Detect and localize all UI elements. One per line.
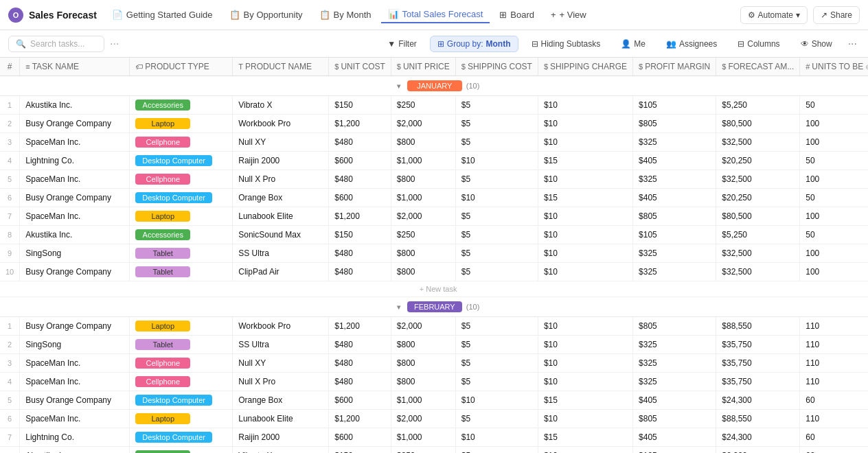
group-header-january[interactable]: ▾ JANUARY (10): [0, 76, 868, 96]
col-profit-margin: $PROFIT MARGIN: [633, 58, 716, 76]
row-product-type: Cellphone: [130, 373, 233, 391]
row-task: SpaceMan Inc.: [20, 354, 130, 373]
row-product-name: Null X Pro: [233, 373, 329, 391]
table-row[interactable]: 4 SpaceMan Inc. Cellphone Null X Pro $48…: [0, 373, 868, 391]
col-forecast-am: $FORECAST AM...: [716, 58, 800, 76]
row-forecast-am: $6,300: [716, 447, 800, 454]
columns-icon: ⊟: [738, 39, 744, 49]
hiding-subtasks-btn[interactable]: ⊟ Hiding Subtasks: [524, 36, 608, 52]
table-row[interactable]: 1 Busy Orange Company Laptop Workbook Pr…: [0, 317, 868, 336]
row-unit-cost: $600: [329, 189, 391, 207]
search-more-btn[interactable]: ···: [110, 38, 119, 50]
table-row[interactable]: 1 Akustika Inc. Accessories Vibrato X $1…: [0, 96, 868, 115]
automate-btn[interactable]: ⚙ Automate ▾: [740, 6, 808, 24]
row-units: 50: [800, 96, 868, 115]
table-header-row: # ≡TASK NAME 🏷PRODUCT TYPE TPRODUCT NAME…: [0, 58, 868, 76]
table-row[interactable]: 3 SpaceMan Inc. Cellphone Null XY $480 $…: [0, 354, 868, 373]
row-shipping-cost: $5: [455, 115, 538, 133]
new-task-january[interactable]: + New task: [0, 281, 868, 297]
row-product-type: Laptop: [130, 207, 233, 226]
col-num: #: [0, 58, 20, 76]
assignees-btn[interactable]: 👥 Assignees: [659, 36, 724, 52]
table-container: # ≡TASK NAME 🏷PRODUCT TYPE TPRODUCT NAME…: [0, 58, 868, 453]
row-task: Akustika Inc.: [20, 226, 130, 244]
table-row[interactable]: 2 Busy Orange Company Laptop Workbook Pr…: [0, 115, 868, 133]
row-profit-margin: $325: [633, 170, 716, 189]
row-forecast-am: $88,550: [716, 317, 800, 336]
table-row[interactable]: 8 Akustika Inc. Accessories SonicSound M…: [0, 226, 868, 244]
row-product-type: Cellphone: [130, 170, 233, 189]
row-units: 110: [800, 373, 868, 391]
row-unit-cost: $480: [329, 244, 391, 263]
row-unit-cost: $480: [329, 336, 391, 354]
table-row[interactable]: 5 Busy Orange Company Desktop Computer O…: [0, 391, 868, 410]
row-num: 1: [0, 96, 20, 115]
tab-by-month[interactable]: 📋 By Month: [312, 7, 378, 23]
share-icon: ↗: [821, 10, 827, 20]
table-row[interactable]: 8 Akustika Inc. Accessories Vibrato X $1…: [0, 447, 868, 454]
table-row[interactable]: 7 SpaceMan Inc. Laptop Lunabook Elite $1…: [0, 207, 868, 226]
row-task: SingSong: [20, 244, 130, 263]
table-row[interactable]: 3 SpaceMan Inc. Cellphone Null XY $480 $…: [0, 133, 868, 152]
row-product-name: Lunabook Elite: [233, 207, 329, 226]
table-row[interactable]: 2 SingSong Tablet SS Ultra $480 $800 $5 …: [0, 336, 868, 354]
group-count: (10): [466, 303, 480, 311]
row-unit-price: $1,000: [391, 189, 455, 207]
table-row[interactable]: 6 SpaceMan Inc. Laptop Lunabook Elite $1…: [0, 410, 868, 428]
table-row[interactable]: 7 Lightning Co. Desktop Computer Raijin …: [0, 428, 868, 447]
add-view-btn[interactable]: + + View: [544, 7, 593, 23]
columns-btn[interactable]: ⊟ Columns: [730, 36, 787, 52]
row-forecast-am: $32,500: [716, 170, 800, 189]
row-unit-cost: $1,200: [329, 317, 391, 336]
share-btn[interactable]: ↗ Share: [813, 6, 860, 24]
row-product-type: Laptop: [130, 115, 233, 133]
table-row[interactable]: 10 Busy Orange Company Tablet ClipPad Ai…: [0, 263, 868, 281]
row-unit-cost: $600: [329, 152, 391, 170]
group-header-february[interactable]: ▾ FEBRUARY (10): [0, 297, 868, 317]
list-icon-2: 📋: [319, 10, 330, 20]
row-profit-margin: $805: [633, 317, 716, 336]
row-product-type: Accessories: [130, 447, 233, 454]
table-row[interactable]: 9 SingSong Tablet SS Ultra $480 $800 $5 …: [0, 244, 868, 263]
tab-getting-started[interactable]: 📄 Getting Started Guide: [105, 7, 220, 23]
row-shipping-charge: $10: [538, 244, 632, 263]
row-units: 110: [800, 354, 868, 373]
me-btn[interactable]: 👤 Me: [613, 36, 653, 52]
row-unit-price: $2,000: [391, 207, 455, 226]
row-forecast-am: $24,300: [716, 428, 800, 447]
table-row[interactable]: 5 SpaceMan Inc. Cellphone Null X Pro $48…: [0, 170, 868, 189]
table-row[interactable]: 6 Busy Orange Company Desktop Computer O…: [0, 189, 868, 207]
table-row[interactable]: 4 Lightning Co. Desktop Computer Raijin …: [0, 152, 868, 170]
search-box[interactable]: 🔍 Search tasks...: [8, 36, 104, 52]
filter-btn[interactable]: ▼ Filter: [380, 36, 424, 52]
row-num: 1: [0, 317, 20, 336]
group-by-btn[interactable]: ⊞ Group by: Month: [430, 36, 518, 52]
row-shipping-charge: $10: [538, 170, 632, 189]
row-forecast-am: $20,250: [716, 152, 800, 170]
chart-icon: 📊: [388, 9, 399, 19]
row-units: 60: [800, 391, 868, 410]
chevron-icon[interactable]: ▾: [397, 82, 400, 90]
row-unit-cost: $150: [329, 96, 391, 115]
row-num: 8: [0, 226, 20, 244]
group-count: (10): [466, 82, 480, 90]
main-table: # ≡TASK NAME 🏷PRODUCT TYPE TPRODUCT NAME…: [0, 58, 868, 453]
row-product-name: Lunabook Elite: [233, 410, 329, 428]
row-shipping-cost: $10: [455, 189, 538, 207]
row-forecast-am: $24,300: [716, 391, 800, 410]
toolbar-more-btn[interactable]: ···: [845, 35, 860, 53]
row-num: 2: [0, 336, 20, 354]
tab-by-opportunity[interactable]: 📋 By Opportunity: [222, 7, 310, 23]
row-units: 100: [800, 170, 868, 189]
row-profit-margin: $325: [633, 133, 716, 152]
row-unit-cost: $480: [329, 373, 391, 391]
tab-total-sales[interactable]: 📊 Total Sales Forecast: [381, 6, 490, 23]
chevron-icon[interactable]: ▾: [397, 303, 400, 311]
group-icon: ⊞: [437, 39, 444, 49]
row-units: 110: [800, 317, 868, 336]
row-shipping-charge: $10: [538, 263, 632, 281]
tab-board[interactable]: ⊞ Board: [492, 7, 541, 23]
row-forecast-am: $80,500: [716, 115, 800, 133]
show-btn[interactable]: 👁 Show: [793, 36, 840, 52]
row-unit-cost: $480: [329, 354, 391, 373]
